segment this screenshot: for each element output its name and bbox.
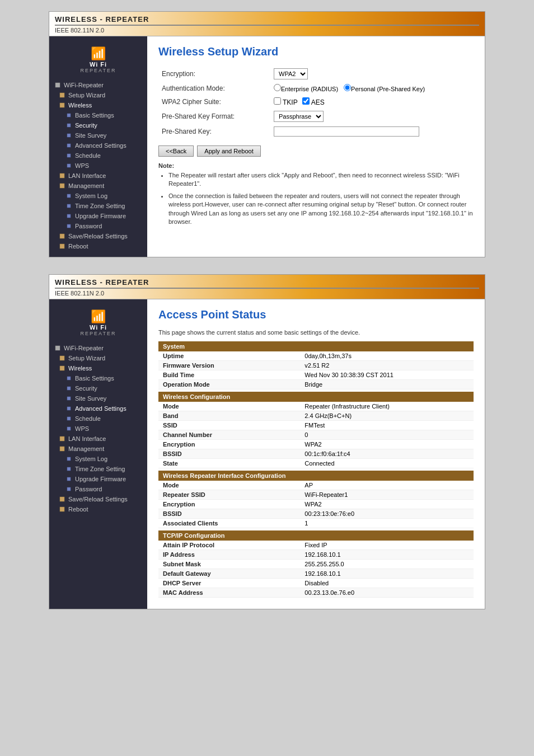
sidebar-item-basic-settings[interactable]: Basic Settings (49, 110, 147, 120)
sidebar-item-label: Setup Wizard (68, 92, 105, 98)
sidebar-item-upgrade-firmware[interactable]: Upgrade Firmware (49, 211, 147, 221)
sidebar-item-basic-settings[interactable]: Basic Settings (49, 373, 147, 383)
sidebar-item-savereload-settings[interactable]: Save/Reload Settings (49, 494, 147, 504)
form-text-input-4[interactable] (274, 126, 419, 137)
table-row: DHCP ServerDisabled (158, 579, 474, 588)
sidebar-item-password[interactable]: Password (49, 221, 147, 231)
sidebar-item-lan-interface[interactable]: LAN Interface (49, 434, 147, 444)
radio-label[interactable]: Enterprise (RADIUS) (274, 86, 338, 92)
sidebar-item-wifi-repeater[interactable]: WiFi-Repeater (49, 80, 147, 90)
row-key: Repeater SSID (158, 490, 300, 500)
status-table-0: SystemUptime0day,0h,13m,37sFirmware Vers… (158, 341, 474, 389)
row-key: State (158, 459, 300, 468)
sidebar-item-icon (58, 101, 66, 109)
row-value: 192.168.10.1 (300, 550, 474, 560)
sidebar-item-setup-wizard[interactable]: Setup Wizard (49, 90, 147, 100)
table-row: ModeAP (158, 481, 474, 490)
apply-btn[interactable]: Apply and Reboot (197, 145, 260, 157)
svg-rect-7 (67, 154, 71, 157)
row-key: BSSID (158, 509, 300, 519)
row-value: 0day,0h,13m,37s (300, 351, 474, 361)
sidebar-item-wps[interactable]: WPS (49, 424, 147, 434)
sidebar-item-label: Save/Reload Settings (68, 496, 128, 503)
sidebar-item-icon (65, 405, 73, 412)
sidebar-item-security[interactable]: Security (49, 383, 147, 393)
sidebar-item-label: WiFi-Repeater (64, 82, 104, 88)
sidebar-item-management[interactable]: Management (49, 444, 147, 454)
sidebar-item-time-zone-setting[interactable]: Time Zone Setting (49, 464, 147, 474)
table-row: Repeater SSIDWiFi-Repeater1 (158, 490, 474, 500)
row-value: 192.168.10.1 (300, 569, 474, 579)
sidebar-item-schedule[interactable]: Schedule (49, 151, 147, 161)
sidebar-item-label: Reboot (68, 506, 88, 513)
sidebar-item-reboot[interactable]: Reboot (49, 241, 147, 251)
sidebar-item-icon (58, 505, 66, 513)
form-select-3[interactable]: PassphraseHex (274, 111, 324, 122)
sidebar-item-site-survey[interactable]: Site Survey (49, 393, 147, 403)
sidebar-item-wireless[interactable]: Wireless (49, 363, 147, 373)
brand-name: Wi Fi (49, 61, 147, 68)
sidebar-item-time-zone-setting[interactable]: Time Zone Setting (49, 201, 147, 211)
sidebar-item-system-log[interactable]: System Log (49, 191, 147, 201)
sidebar-item-savereload-settings[interactable]: Save/Reload Settings (49, 231, 147, 241)
svg-rect-1 (60, 93, 64, 97)
sidebar-item-icon (65, 384, 73, 392)
row-value: FMTest (300, 421, 474, 430)
sidebar-item-site-survey[interactable]: Site Survey (49, 130, 147, 140)
wizard-content: Wireless Setup WizardEncryption:NoneWEPW… (147, 36, 485, 257)
panel-status: WIRELESS - REPEATER IEEE 802.11N 2.0 📶 W… (49, 274, 485, 609)
svg-rect-18 (60, 356, 64, 360)
sidebar-item-advanced-settings[interactable]: Advanced Settings (49, 403, 147, 414)
sidebar-item-setup-wizard[interactable]: Setup Wizard (49, 353, 147, 363)
sidebar-item-advanced-settings[interactable]: Advanced Settings (49, 140, 147, 151)
row-value: WPA2 (300, 440, 474, 449)
row-key: SSID (158, 421, 300, 430)
sidebar-item-management[interactable]: Management (49, 181, 147, 191)
sidebar-item-icon (58, 242, 66, 250)
sidebar-item-upgrade-firmware[interactable]: Upgrade Firmware (49, 474, 147, 484)
panel-body: 📶 Wi Fi REPEATER WiFi-RepeaterSetup Wiza… (49, 36, 485, 257)
checkbox-label[interactable]: TKIP (274, 98, 298, 106)
sidebar-item-wifi-repeater[interactable]: WiFi-Repeater (49, 343, 147, 353)
table-row: Channel Number0 (158, 430, 474, 440)
sidebar-item-label: Password (75, 486, 102, 492)
sidebar-item-label: Advanced Settings (75, 405, 127, 412)
checkbox-input[interactable] (274, 97, 281, 105)
sidebar-item-wireless[interactable]: Wireless (49, 100, 147, 110)
sidebar-item-system-log[interactable]: System Log (49, 454, 147, 464)
sidebar-item-label: Wireless (68, 102, 92, 109)
row-key: Build Time (158, 370, 300, 380)
sidebar-item-icon (58, 172, 66, 180)
radio-input[interactable] (344, 84, 351, 91)
page-description: This page shows the current status and s… (158, 329, 474, 336)
form-select-0[interactable]: NoneWEPWPAWPA2 (274, 68, 308, 79)
sidebar-item-label: Site Survey (75, 395, 106, 402)
row-key: DHCP Server (158, 579, 300, 588)
checkbox-label[interactable]: AES (302, 98, 325, 106)
sidebar-item-password[interactable]: Password (49, 484, 147, 494)
back-btn[interactable]: <<Back (158, 145, 194, 157)
table-row: EncryptionWPA2 (158, 440, 474, 449)
svg-rect-17 (55, 346, 60, 350)
svg-rect-21 (67, 387, 71, 390)
sidebar-item-reboot[interactable]: Reboot (49, 504, 147, 514)
radio-label[interactable]: Personal (Pre-Shared Key) (344, 86, 425, 92)
svg-rect-2 (60, 103, 64, 107)
sidebar-item-icon (65, 152, 73, 159)
checkbox-input[interactable] (302, 97, 310, 105)
form-label: Encryption: (158, 66, 270, 82)
row-value: 00:23:13:0e:76:e0 (300, 509, 474, 519)
row-value: Bridge (300, 380, 474, 389)
header-title-bottom: IEEE 802.11N 2.0 (55, 25, 479, 34)
sidebar-item-schedule[interactable]: Schedule (49, 414, 147, 424)
sidebar-item-lan-interface[interactable]: LAN Interface (49, 171, 147, 181)
row-value: 2.4 GHz(B+C+N) (300, 411, 474, 421)
table-section-header: System (158, 341, 474, 351)
row-key: Attain IP Protocol (158, 541, 300, 550)
row-key: Encryption (158, 500, 300, 509)
sidebar-item-wps[interactable]: WPS (49, 161, 147, 171)
sidebar-item-security[interactable]: Security (49, 120, 147, 130)
row-value: Fixed IP (300, 541, 474, 550)
radio-input[interactable] (274, 84, 281, 91)
table-row: Uptime0day,0h,13m,37s (158, 351, 474, 361)
